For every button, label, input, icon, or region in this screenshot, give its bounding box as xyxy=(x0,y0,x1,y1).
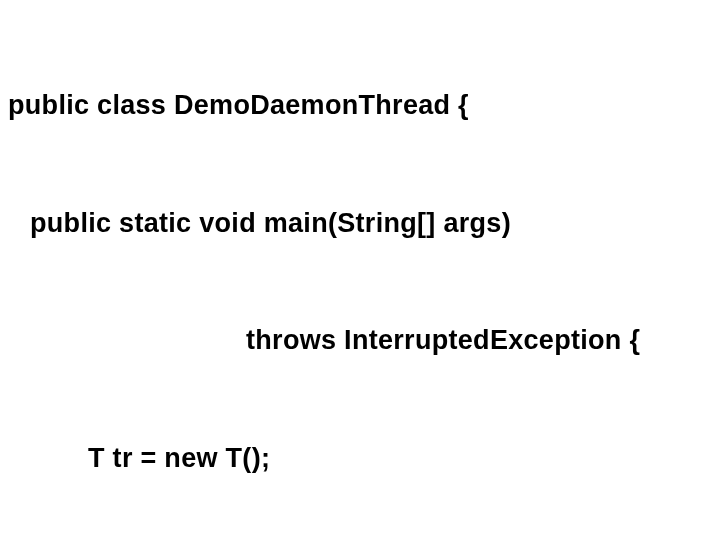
code-line: public class DemoDaemonThread { xyxy=(8,86,720,125)
code-snippet: public class DemoDaemonThread { public s… xyxy=(8,8,720,540)
code-line: throws InterruptedException { xyxy=(8,321,720,360)
code-line: public static void main(String[] args) xyxy=(8,204,720,243)
code-line: T tr = new T(); xyxy=(8,439,720,478)
